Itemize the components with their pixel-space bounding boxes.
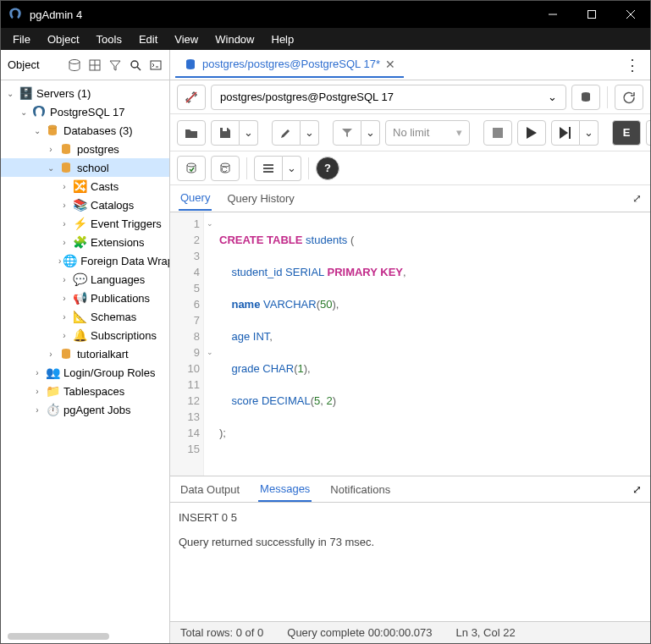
tree-subscriptions[interactable]: ›🔔Subscriptions bbox=[1, 326, 169, 344]
tree-fdw[interactable]: ›🌐Foreign Data Wrappers bbox=[1, 251, 169, 270]
database-icon bbox=[45, 123, 60, 138]
menu-file[interactable]: File bbox=[4, 30, 39, 49]
scrollbar-thumb[interactable] bbox=[8, 633, 109, 640]
tree-login-roles[interactable]: ›👥Login/Group Roles bbox=[1, 363, 169, 382]
maximize-button[interactable] bbox=[572, 1, 611, 28]
filter-icon[interactable] bbox=[105, 55, 125, 75]
connection-select[interactable]: postgres/postgres@PostgreSQL 17⌄ bbox=[211, 85, 566, 110]
edit-dropdown[interactable]: ⌄ bbox=[301, 120, 319, 146]
tree-databases[interactable]: ⌄Databases (3) bbox=[1, 121, 169, 140]
object-explorer: Object ⌄🗄️Servers (1) ⌄PostgreSQL 17 ⌄Da… bbox=[1, 50, 170, 643]
tree-tablespaces[interactable]: ›📁Tablespaces bbox=[1, 382, 169, 400]
tree-servers[interactable]: ⌄🗄️Servers (1) bbox=[1, 84, 169, 102]
close-tab-icon[interactable]: ✕ bbox=[385, 58, 395, 71]
help-button[interactable]: ? bbox=[316, 157, 339, 180]
expand-output-icon[interactable]: ⤢ bbox=[632, 483, 642, 496]
tree-publications[interactable]: ›📢Publications bbox=[1, 289, 169, 307]
execute-button[interactable] bbox=[517, 120, 546, 146]
tree-db-school[interactable]: ⌄school bbox=[1, 158, 169, 177]
output-tab-data[interactable]: Data Output bbox=[179, 478, 241, 501]
minimize-button[interactable] bbox=[533, 1, 572, 28]
tree-pg17[interactable]: ⌄PostgreSQL 17 bbox=[1, 102, 169, 121]
db-icon[interactable] bbox=[64, 55, 85, 75]
svg-point-8 bbox=[131, 61, 138, 68]
tab-title: postgres/postgres@PostgreSQL 17* bbox=[202, 58, 380, 70]
chevron-down-icon: ⌄ bbox=[548, 91, 557, 103]
tree-schemas[interactable]: ›📐Schemas bbox=[1, 307, 169, 326]
search-icon[interactable] bbox=[125, 55, 146, 75]
catalogs-icon: 📚 bbox=[72, 197, 87, 212]
svg-point-25 bbox=[187, 163, 196, 167]
query-tool-tab[interactable]: postgres/postgres@PostgreSQL 17* ✕ bbox=[175, 52, 404, 78]
svg-rect-1 bbox=[588, 11, 596, 19]
menu-help[interactable]: Help bbox=[263, 30, 303, 49]
event-trigger-icon: ⚡ bbox=[72, 216, 87, 231]
grid-icon[interactable] bbox=[85, 55, 105, 75]
output-tab-messages[interactable]: Messages bbox=[258, 477, 312, 502]
window-title: pgAdmin 4 bbox=[30, 8, 533, 21]
editor-tab-history[interactable]: Query History bbox=[225, 187, 295, 210]
macros-dropdown[interactable]: ⌄ bbox=[283, 156, 301, 181]
svg-rect-20 bbox=[493, 128, 503, 138]
stop-button[interactable] bbox=[483, 120, 512, 146]
explain-button[interactable]: E bbox=[612, 120, 641, 146]
status-cursor: Ln 3, Col 22 bbox=[456, 626, 516, 639]
menu-window[interactable]: Window bbox=[207, 30, 262, 49]
edit-button[interactable] bbox=[272, 120, 301, 146]
svg-point-26 bbox=[221, 163, 229, 167]
status-bar: Total rows: 0 of 0 Query complete 00:00:… bbox=[170, 621, 650, 643]
languages-icon: 💬 bbox=[72, 272, 87, 287]
svg-rect-10 bbox=[151, 61, 161, 69]
close-button[interactable] bbox=[611, 1, 650, 28]
tree-pgagent[interactable]: ›⏱️pgAgent Jobs bbox=[1, 400, 169, 419]
tree-event-triggers[interactable]: ›⚡Event Triggers bbox=[1, 214, 169, 233]
tree-db-tutorialkart[interactable]: ›tutorialkart bbox=[1, 344, 169, 363]
line-gutter: 123456789101112131415 bbox=[170, 212, 204, 476]
extensions-icon: 🧩 bbox=[72, 234, 87, 250]
execute-options-button[interactable] bbox=[551, 120, 580, 146]
save-button[interactable] bbox=[211, 120, 240, 146]
chevron-down-icon: ▾ bbox=[456, 126, 462, 139]
schemas-icon: 📐 bbox=[72, 309, 87, 324]
terminal-icon[interactable] bbox=[146, 55, 166, 75]
editor-tab-query[interactable]: Query bbox=[179, 186, 212, 211]
menu-bar: File Object Tools Edit View Window Help bbox=[1, 28, 650, 50]
open-file-button[interactable] bbox=[177, 120, 206, 146]
save-dropdown[interactable]: ⌄ bbox=[240, 120, 258, 146]
status-rows: Total rows: 0 of 0 bbox=[180, 626, 263, 639]
explain-analyze-button[interactable] bbox=[646, 120, 650, 146]
connection-status-button[interactable] bbox=[177, 85, 206, 110]
svg-rect-19 bbox=[223, 128, 227, 131]
roles-icon: 👥 bbox=[45, 365, 60, 380]
status-time: Query complete 00:00:00.073 bbox=[287, 626, 432, 639]
macros-button[interactable] bbox=[254, 156, 283, 181]
menu-view[interactable]: View bbox=[166, 30, 207, 49]
tree-extensions[interactable]: ›🧩Extensions bbox=[1, 233, 169, 251]
limit-select[interactable]: No limit▾ bbox=[385, 120, 470, 146]
expand-editor-icon[interactable]: ⤢ bbox=[632, 192, 642, 205]
output-tab-notifications[interactable]: Notifications bbox=[328, 478, 392, 501]
tree-casts[interactable]: ›🔀Casts bbox=[1, 177, 169, 195]
sql-editor[interactable]: 123456789101112131415 ⌄⌄ CREATE TABLE st… bbox=[170, 212, 650, 476]
svg-line-9 bbox=[137, 67, 141, 70]
more-menu-icon[interactable]: ⋮ bbox=[620, 56, 645, 74]
database-icon bbox=[58, 141, 74, 157]
menu-object[interactable]: Object bbox=[39, 30, 88, 49]
db-tab-icon bbox=[184, 58, 197, 71]
filter-dropdown[interactable]: ⌄ bbox=[361, 120, 380, 146]
tree-catalogs[interactable]: ›📚Catalogs bbox=[1, 195, 169, 214]
rollback-button[interactable] bbox=[211, 156, 240, 181]
code-area[interactable]: CREATE TABLE students ( student_id SERIA… bbox=[216, 212, 650, 476]
svg-line-17 bbox=[186, 92, 196, 102]
tree-languages[interactable]: ›💬Languages bbox=[1, 270, 169, 289]
elephant-icon bbox=[31, 104, 47, 119]
new-connection-button[interactable] bbox=[571, 85, 600, 110]
menu-tools[interactable]: Tools bbox=[88, 30, 130, 49]
reset-button[interactable] bbox=[615, 85, 643, 110]
commit-button[interactable] bbox=[177, 156, 206, 181]
execute-options-dropdown[interactable]: ⌄ bbox=[580, 120, 599, 146]
filter-button[interactable] bbox=[333, 120, 361, 146]
menu-edit[interactable]: Edit bbox=[130, 30, 166, 49]
tree-db-postgres[interactable]: ›postgres bbox=[1, 140, 169, 158]
svg-point-4 bbox=[69, 59, 80, 63]
